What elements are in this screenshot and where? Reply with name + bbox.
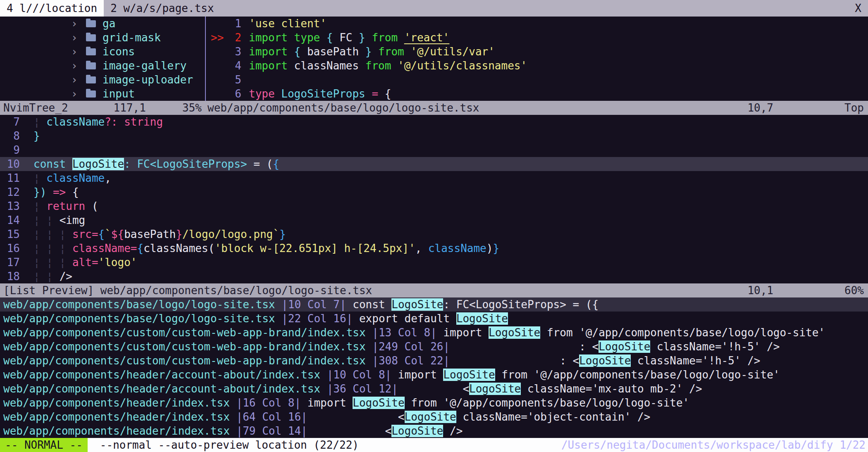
tree-item[interactable]: ›icons [0, 45, 205, 59]
tab-active[interactable]: 4 l///location [0, 0, 104, 17]
tree-item[interactable]: ›image-gallery [0, 59, 205, 73]
list-item[interactable]: web/app/components/base/logo/logo-site.t… [0, 312, 868, 326]
code-token: } [33, 130, 40, 142]
code-line[interactable]: 12}) => { [0, 185, 868, 199]
code-token: 'block w-[22.651px] h-[24.5px]' [215, 242, 415, 255]
line-number: 3 [226, 45, 241, 58]
tree-item[interactable]: ›input [0, 87, 205, 101]
code-token [46, 186, 53, 198]
file-path: web/app/components/base/logo/logo-site.t… [206, 102, 479, 114]
list-item-text: const LogoSite: FC<LogoSiteProps> = ({ [346, 298, 599, 311]
code-token: LogoSiteProps [281, 88, 365, 100]
list-item-path: web/app/components/header/index.tsx [3, 397, 230, 409]
tabline: 4 l///location2 w/a/s/page.tsx X [0, 0, 868, 17]
code-token: src [72, 228, 92, 240]
line-number: 18 [0, 270, 20, 283]
code-line[interactable]: >>2import type { FC } from 'react' [206, 31, 868, 45]
code-line[interactable]: 4import classNames from '@/utils/classna… [206, 59, 868, 73]
list-item[interactable]: web/app/components/custom/custom-web-app… [0, 326, 868, 340]
list-item-text: : <LogoSite className='!h-5' /> [450, 340, 780, 353]
code-token: ¦ ¦ ¦ [33, 242, 72, 255]
line-number: 16 [0, 242, 20, 255]
code-token: LogoSite [489, 326, 540, 339]
code-line[interactable]: 9 [0, 143, 868, 157]
chevron-right-icon: › [71, 31, 86, 44]
code-text: ¦ return ( [20, 200, 98, 212]
list-item[interactable]: web/app/components/header/account-about/… [0, 382, 868, 396]
chevron-right-icon: › [71, 17, 86, 30]
code-token: from [359, 59, 398, 72]
code-line[interactable]: 10const LogoSite: FC<LogoSiteProps> = ({ [0, 157, 868, 171]
code-line[interactable]: 14¦ ¦ <img [0, 213, 868, 227]
code-token: ` [105, 228, 111, 240]
tree-item-label: image-gallery [103, 59, 187, 72]
code-token: LogoSite [391, 425, 443, 437]
code-token: { [273, 158, 279, 170]
list-item[interactable]: web/app/components/header/index.tsx |64 … [0, 410, 868, 424]
tree-item[interactable]: ›ga [0, 17, 205, 31]
statusline-nvimtree-and-file: NvimTree_2 117,1 35% web/app/components/… [0, 101, 868, 115]
list-item[interactable]: web/app/components/header/account-about/… [0, 368, 868, 382]
line-number: 13 [0, 200, 20, 212]
list-item[interactable]: web/app/components/header/index.tsx |79 … [0, 424, 868, 438]
code-token: FC [339, 31, 352, 44]
tree-item-label: ga [103, 17, 115, 30]
code-line[interactable]: 16¦ ¦ ¦ className={classNames('block w-[… [0, 241, 868, 255]
code-token: = [92, 256, 98, 269]
code-line[interactable]: 3import { basePath } from '@/utils/var' [206, 45, 868, 59]
code-text: ¦ ¦ ¦ className={classNames('block w-[22… [20, 242, 499, 255]
code-text: import classNames from '@/utils/classnam… [241, 59, 527, 72]
close-icon[interactable]: X [848, 0, 868, 17]
code-line[interactable]: 6type LogoSiteProps = { [206, 87, 868, 101]
code-token: from [372, 45, 410, 58]
list-item[interactable]: web/app/components/custom/custom-web-app… [0, 354, 868, 368]
list-item-text: export default LogoSite [353, 312, 508, 325]
sign-column: >> [206, 31, 226, 44]
code-token: ?: string [105, 116, 163, 128]
code-token: type [249, 88, 281, 100]
code-token: = [92, 228, 98, 240]
tree-item[interactable]: ›image-uploader [0, 73, 205, 87]
list-item[interactable]: web/app/components/base/logo/logo-site.t… [0, 297, 868, 312]
code-line[interactable]: 5 [206, 73, 868, 87]
code-line[interactable]: 1'use client' [206, 17, 868, 31]
chevron-right-icon: › [71, 45, 86, 58]
code-line[interactable]: 17¦ ¦ ¦ alt='logo' [0, 255, 868, 269]
code-token: < [398, 383, 469, 395]
code-token: classNames [294, 59, 359, 72]
code-token: : FC<LogoSiteProps> = ({ [443, 298, 599, 311]
code-token: LogoSite [599, 340, 650, 353]
code-token: : < [450, 340, 599, 353]
list-item-path: web/app/components/base/logo/logo-site.t… [3, 298, 275, 311]
code-line[interactable]: 13¦ return ( [0, 199, 868, 213]
code-token: < [308, 425, 392, 437]
cursor-position: 10,7 [747, 102, 773, 114]
code-line[interactable]: 15¦ ¦ ¦ src={`${basePath}/logo/logo.png`… [0, 227, 868, 241]
list-item[interactable]: web/app/components/header/index.tsx |16 … [0, 396, 868, 410]
code-line[interactable]: 11¦ className, [0, 171, 868, 185]
spacer [320, 383, 327, 395]
code-token: ¦ [33, 172, 46, 184]
code-token: import [437, 326, 489, 339]
line-number: 11 [0, 172, 20, 184]
code-token: className='!h-5' /> [650, 340, 780, 353]
list-item-text: <LogoSite className='mx-auto mb-2' /> [398, 383, 702, 395]
line-number: 17 [0, 256, 20, 269]
line-number: 6 [226, 88, 241, 100]
code-token: { [66, 186, 79, 198]
code-line[interactable]: 18¦ ¦ /> [0, 269, 868, 283]
code-token: <img [60, 214, 86, 226]
code-line[interactable]: 7¦ className?: string [0, 115, 868, 129]
list-item-text: import LogoSite from '@/app/components/b… [437, 326, 825, 339]
list-item[interactable]: web/app/components/custom/custom-web-app… [0, 340, 868, 354]
tab-inactive[interactable]: 2 w/a/s/page.tsx [104, 0, 220, 17]
code-line[interactable]: 8} [0, 129, 868, 143]
list-item-location: |249 Col 26| [372, 340, 450, 353]
code-token: = [365, 88, 385, 100]
working-directory-path: /Users/negita/Documents/workspace/lab/di… [561, 439, 833, 451]
tree-item[interactable]: ›grid-mask [0, 31, 205, 45]
spacer [230, 411, 236, 423]
tab-list: 4 l///location2 w/a/s/page.tsx [0, 0, 221, 17]
folder-icon [86, 48, 96, 55]
tree-cursor-position: 117,1 [114, 102, 146, 114]
